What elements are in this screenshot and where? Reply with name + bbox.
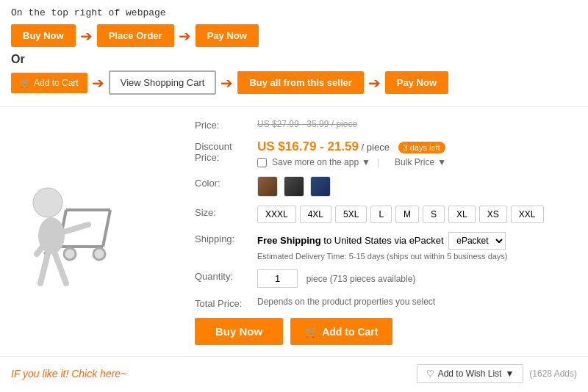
price-label: Price: [195, 118, 257, 131]
arrow-icon-4: ➔ [220, 74, 233, 92]
svg-line-2 [103, 210, 110, 247]
adds-count: (1628 Adds) [529, 369, 577, 379]
instruction-text: On the top right of webpage [11, 7, 577, 18]
size-button-l[interactable]: L [370, 206, 392, 223]
svg-point-5 [64, 248, 76, 260]
price-value: US $27.99 - 35.99 / piece [257, 118, 577, 129]
size-button-xs[interactable]: XS [479, 206, 507, 223]
save-app-dropdown-icon[interactable]: ▼ [362, 157, 370, 167]
wishlist-area: ♡ Add to Wish List ▼ (1628 Adds) [417, 364, 577, 383]
size-button-s[interactable]: S [423, 206, 445, 223]
quantity-row: Quantity: piece (713 pieces available) [195, 269, 577, 288]
add-to-cart-button-small[interactable]: 🛒 Add to Cart [11, 73, 87, 93]
size-button-xxxl[interactable]: XXXL [257, 206, 296, 223]
quantity-input[interactable] [257, 269, 298, 288]
price-per: / piece [362, 142, 390, 153]
save-app-checkbox[interactable] [257, 158, 267, 167]
cart-icon-main: 🛒 [305, 326, 318, 338]
add-to-wishlist-button[interactable]: ♡ Add to Wish List ▼ [417, 364, 524, 383]
add-to-cart-button-main[interactable]: 🛒 Add to Cart [290, 318, 392, 345]
svg-point-6 [93, 248, 105, 260]
total-price-row: Total Price: Depends on the product prop… [195, 297, 577, 309]
shipping-label: Shipping: [195, 232, 257, 244]
delivery-time: Estimated Delivery Time: 5-15 days (ship… [257, 252, 577, 261]
size-button-5xl[interactable]: 5XL [335, 206, 367, 223]
color-swatch-1[interactable] [257, 176, 278, 197]
size-button-xxl[interactable]: XXL [511, 206, 544, 223]
total-price-value: Depends on the product properties you se… [257, 297, 435, 307]
size-buttons: XXXL4XL5XLLMSXLXSXXL [257, 206, 544, 223]
buy-now-button-1[interactable]: Buy Now [11, 24, 76, 47]
size-button-xl[interactable]: XL [448, 206, 476, 223]
price-row: Price: US $27.99 - 35.99 / piece [195, 118, 577, 131]
arrow-icon-2: ➔ [179, 27, 191, 45]
main-product-section: Price: US $27.99 - 35.99 / piece Discoun… [0, 107, 588, 356]
size-button-4xl[interactable]: 4XL [300, 206, 331, 223]
quantity-label: Quantity: [195, 269, 257, 282]
place-order-button[interactable]: Place Order [97, 24, 174, 47]
quantity-value: piece (713 pieces available) [257, 269, 577, 288]
bulk-price-link[interactable]: Bulk Price [395, 157, 434, 167]
shipping-dropdown[interactable]: ePacket [448, 232, 506, 250]
color-swatches [257, 176, 331, 197]
total-price-label: Total Price: [195, 297, 257, 309]
arrow-icon-5: ➔ [368, 74, 381, 92]
bottom-section: IF you like it! Chick here~ ♡ Add to Wis… [0, 356, 588, 387]
pay-now-button-1[interactable]: Pay Now [196, 24, 259, 47]
or-label: Or [11, 53, 577, 66]
wishlist-dropdown-icon[interactable]: ▼ [505, 369, 514, 379]
flow-row-1: Buy Now ➔ Place Order ➔ Pay Now [11, 24, 577, 47]
size-button-m[interactable]: M [395, 206, 419, 223]
if-you-like-text: IF you like it! Chick here~ [11, 368, 126, 380]
save-app-text: Save more on the app [272, 157, 359, 167]
svg-point-7 [33, 188, 62, 217]
discount-value: US $16.79 - 21.59 / piece 3 days left Sa… [257, 139, 577, 167]
discount-price-row: Discount Price: US $16.79 - 21.59 / piec… [195, 139, 577, 167]
size-label: Size: [195, 206, 257, 218]
action-buttons: Buy Now 🛒 Add to Cart [195, 318, 577, 345]
cart-icon-small: 🛒 [20, 78, 31, 88]
product-image [15, 159, 169, 305]
size-row: Size: XXXL4XL5XLLMSXLXSXXL [195, 206, 577, 223]
flow-row-2: 🛒 Add to Cart ➔ View Shopping Cart ➔ Buy… [11, 70, 577, 95]
shipping-to-text: to United States via ePacket [323, 235, 443, 246]
discount-price: US $16.79 - 21.59 [257, 139, 359, 153]
svg-line-11 [40, 254, 48, 283]
pay-now-button-2[interactable]: Pay Now [385, 71, 448, 94]
arrow-icon-1: ➔ [80, 27, 93, 45]
shipping-row: Shipping: Free Shipping to United States… [195, 232, 577, 261]
product-image-area [0, 115, 184, 349]
shipping-value: Free Shipping to United States via ePack… [257, 232, 577, 261]
color-swatch-2[interactable] [284, 176, 304, 197]
color-swatch-3[interactable] [310, 176, 331, 197]
days-left-badge: 3 days left [398, 142, 445, 153]
free-shipping-text: Free Shipping [257, 235, 321, 246]
buy-now-button-main[interactable]: Buy Now [195, 318, 283, 345]
discount-label: Discount Price: [195, 139, 257, 163]
original-price: US $27.99 - 35.99 / piece [257, 119, 357, 129]
bulk-price-icon[interactable]: ▼ [437, 157, 446, 167]
color-row: Color: [195, 176, 577, 197]
color-label: Color: [195, 176, 257, 189]
product-details: Price: US $27.99 - 35.99 / piece Discoun… [184, 115, 588, 349]
heart-icon: ♡ [426, 369, 434, 379]
buy-from-seller-button[interactable]: Buy all from this seller [237, 71, 363, 94]
arrow-icon-3: ➔ [92, 74, 104, 92]
view-shopping-cart-button[interactable]: View Shopping Cart [109, 70, 217, 95]
available-text: piece (713 pieces available) [306, 274, 416, 284]
